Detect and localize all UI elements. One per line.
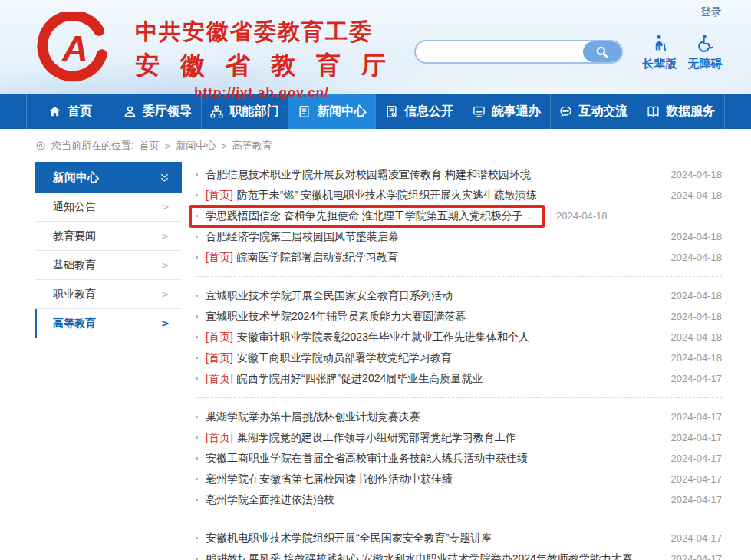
wheelchair-icon [696,34,714,52]
news-date: 2024-04-18 [671,169,723,180]
news-list-item: [首页] 皖南医学院部署启动党纪学习教育 2024-04-18 [196,247,722,268]
breadcrumb: 您当前所在的位置: 首页>新闻中心>高等教育 [35,139,751,153]
bullet-dot-icon [196,215,198,217]
news-link[interactable]: 皖西学院用好“四张牌”促进2024届毕业生高质量就业 [237,372,483,386]
news-date: 2024-04-17 [671,553,723,560]
bullet-dot-icon [196,436,198,439]
nav-item-6[interactable]: 互动交流 [550,94,637,129]
org-name-line1: 中共安徽省委教育工委 [135,17,388,48]
sidebar-item-4[interactable]: 高等教育 > [35,309,182,338]
news-link[interactable]: 亳州学院在安徽省第七届校园读书创作活动中获佳绩 [206,473,453,486]
person-icon [124,105,137,118]
breadcrumb-parts: 首页>新闻中心>高等教育 [140,139,272,153]
front-page-tag: [首页] [206,351,233,365]
sidebar-item-3[interactable]: 职业教育 > [35,280,182,309]
document-icon [385,105,398,118]
book-icon [647,105,660,118]
nav-item-4[interactable]: 信息公开 [375,94,463,129]
news-list: 合肥信息技术职业学院开展反对校园霸凌宣传教育 构建和谐校园环境 2024-04-… [196,162,722,560]
search-bar [414,40,623,64]
news-link[interactable]: 皖南医学院部署启动党纪学习教育 [237,251,398,265]
bullet-dot-icon [196,173,198,176]
group-separator [196,276,722,277]
news-link[interactable]: 安徽工商职业学院在首届全省高校审计业务技能大练兵活动中获佳绩 [206,452,528,466]
site-header: A 中共安徽省委教育工委 安徽省教育厅 http://jyt.ah.gov.cn… [0,0,751,94]
bullet-dot-icon [196,256,198,259]
group-separator [196,519,722,519]
elder-version-label: 长辈版 [639,57,680,71]
sidebar-item-0[interactable]: 通知公告 > [35,193,182,222]
news-list-item: 亳州学院在安徽省第七届校园读书创作活动中获佳绩 2024-04-17 [196,469,722,489]
news-link[interactable]: 学思践悟固信念 奋楫争先担使命 淮北理工学院第五期入党积极分子培训班开班 [206,209,535,223]
bullet-dot-icon [196,377,198,380]
sidebar-items: 通知公告 > 教育要闻 > 基础教育 > 职业教育 > 高等教育 > [35,193,182,338]
bullet-dot-icon [196,357,198,359]
news-date: 2024-04-18 [556,210,608,222]
news-link[interactable]: 躬耕教坛展风采 培教强校践初心 安徽水利水电职业技术学院举办2024年教师教学能… [206,552,633,560]
breadcrumb-prefix: 您当前所在的位置: [51,139,134,153]
news-list-item: [首页] 安徽审计职业学院表彰2023年毕业生就业工作先进集体和个人 2024-… [196,327,722,348]
location-pin-icon [35,140,46,151]
nav-item-0[interactable]: 首页 [26,94,114,129]
news-list-item: [首页] 安徽工商职业学院动员部署学校党纪学习教育 2024-04-18 [196,348,722,368]
bullet-dot-icon [196,457,198,460]
news-list-item: 宣城职业技术学院开展全民国家安全教育日系列活动 2024-04-18 [196,285,722,306]
sidebar-header[interactable]: 新闻中心 [35,162,182,193]
news-link[interactable]: 巢湖学院举办第十届挑战杯创业计划竞赛决赛 [206,410,420,424]
news-date: 2024-04-17 [671,432,723,443]
news-date: 2024-04-17 [671,453,723,464]
sidebar: 新闻中心 通知公告 > 教育要闻 > 基础教育 > 职业教育 > 高等教育 > [35,162,182,338]
news-list-item: 亳州学院全面推进依法治校 2024-04-17 [196,489,722,510]
bullet-dot-icon [196,537,198,539]
org-name-line2: 安徽省教育厅 [135,49,388,83]
accessibility-button[interactable]: 无障碍 [684,34,726,71]
breadcrumb-link-2[interactable]: 高等教育 [232,139,272,153]
accessibility-label: 无障碍 [684,57,726,71]
news-link[interactable]: 合肥经济学院第三届校园国风节盛装启幕 [206,230,399,244]
bullet-dot-icon [196,499,198,501]
content-area: 新闻中心 通知公告 > 教育要闻 > 基础教育 > 职业教育 > 高等教育 > … [0,162,751,560]
front-page-tag: [首页] [206,372,233,386]
news-link[interactable]: 巢湖学院党的建设工作领导小组研究部署党纪学习教育工作 [237,431,516,445]
orgchart-icon [210,105,223,118]
search-input[interactable] [416,41,583,62]
bullet-dot-icon [196,295,198,297]
news-date: 2024-04-18 [671,231,723,242]
news-link[interactable]: 亳州学院全面推进依法治校 [206,493,334,507]
news-list-item: 安徽机电职业技术学院组织开展“全民国家安全教育”专题讲座 2024-04-17 [196,528,722,548]
news-link[interactable]: 安徽机电职业技术学院组织开展“全民国家安全教育”专题讲座 [206,532,492,545]
bullet-dot-icon [196,315,198,318]
news-list-item: 巢湖学院举办第十届挑战杯创业计划竞赛决赛 2024-04-17 [196,407,722,427]
news-link[interactable]: 安徽审计职业学院表彰2023年毕业生就业工作先进集体和个人 [237,331,529,344]
news-list-item: 躬耕教坛展风采 培教强校践初心 安徽水利水电职业技术学院举办2024年教师教学能… [196,548,722,560]
news-date: 2024-04-18 [671,311,723,322]
site-logo-icon: A [37,12,110,83]
monitor-icon [473,105,486,118]
sidebar-item-1[interactable]: 教育要闻 > [35,222,182,251]
news-date: 2024-04-17 [671,494,723,506]
search-button[interactable] [583,41,621,62]
news-list-item: 合肥经济学院第三届校园国风节盛装启幕 2024-04-18 [196,226,722,247]
login-link[interactable]: 登录 [700,5,722,19]
search-icon [595,45,609,59]
elder-version-button[interactable]: 长辈版 [639,34,680,71]
news-date: 2024-04-17 [671,532,723,544]
breadcrumb-link-0[interactable]: 首页 [140,139,160,153]
bullet-dot-icon [196,336,198,338]
news-link[interactable]: 宣城职业技术学院开展全民国家安全教育日系列活动 [206,289,453,303]
front-page-tag: [首页] [206,189,233,203]
news-link[interactable]: 防范于未“燃” 安徽机电职业技术学院组织开展火灾逃生疏散演练 [237,189,537,203]
bullet-dot-icon [196,236,198,238]
sidebar-item-2[interactable]: 基础教育 > [35,251,182,280]
news-date: 2024-04-17 [671,411,723,423]
news-link[interactable]: 安徽工商职业学院动员部署学校党纪学习教育 [237,351,452,365]
news-list-item: 合肥信息技术职业学院开展反对校园霸凌宣传教育 构建和谐校园环境 2024-04-… [196,164,722,185]
news-link[interactable]: 合肥信息技术职业学院开展反对校园霸凌宣传教育 构建和谐校园环境 [206,168,531,182]
nav-item-7[interactable]: 数据服务 [637,94,725,129]
news-link[interactable]: 宣城职业技术学院2024年辅导员素质能力大赛圆满落幕 [206,310,466,324]
nav-item-5[interactable]: 皖事通办 [463,94,550,129]
news-list-item: [首页] 巢湖学院党的建设工作领导小组研究部署党纪学习教育工作 2024-04-… [196,427,722,448]
site-url: http://jyt.ah.gov.cn/ [135,85,388,100]
breadcrumb-link-1[interactable]: 新闻中心 [176,139,216,153]
front-page-tag: [首页] [206,431,233,445]
